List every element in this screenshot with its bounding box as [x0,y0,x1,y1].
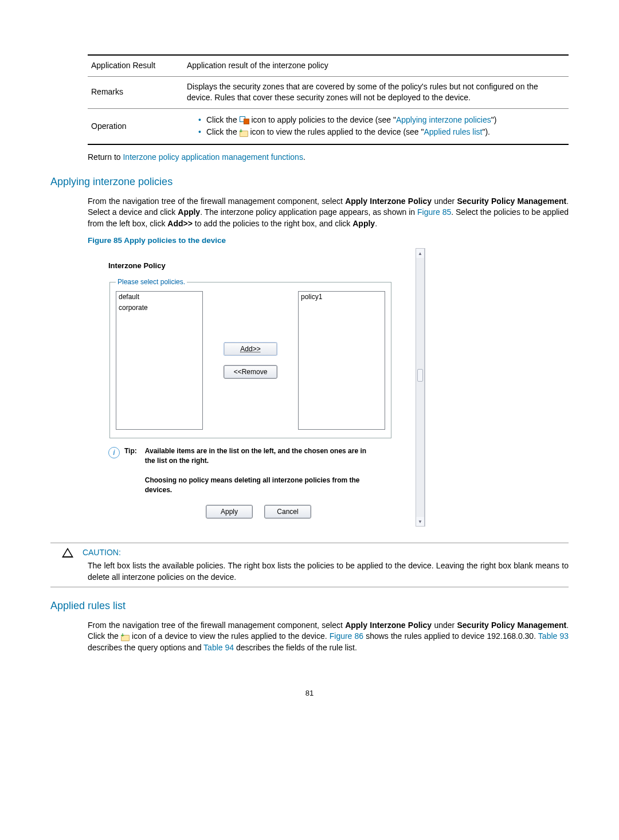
text: icon of a device to view the rules appli… [130,631,330,641]
figure-caption: Figure 85 Apply policies to the device [88,235,569,246]
divider [50,543,569,543]
text: . [375,219,377,228]
field-desc: Click the icon to apply policies to the … [183,108,569,144]
text-strong: Apply [178,207,200,217]
scroll-up-icon[interactable]: ▲ [416,249,424,258]
list-item[interactable]: corporate [116,303,202,313]
text: shows the rules applied to device 192.16… [363,631,538,641]
bullet-text: "). [482,127,490,136]
cross-ref-link[interactable]: Applied rules list [424,127,483,136]
apply-button[interactable]: Apply [206,505,253,519]
dialog-title: Interzone Policy [108,261,409,271]
bullet-text: icon to view the rules applied to the de… [248,127,424,136]
tip-line: Choosing no policy means deleting all in… [145,476,360,494]
section-heading-applying: Applying interzone policies [50,175,569,189]
bullet-text: Click the [206,127,240,136]
return-link[interactable]: Interzone policy application management … [123,152,303,162]
caution-block: CAUTION: [62,547,569,558]
field-name: Application Result [88,55,183,76]
text: . [303,152,305,162]
available-policies-listbox[interactable]: default corporate [116,291,203,430]
field-name: Operation [88,108,183,144]
scroll-down-icon[interactable]: ▼ [416,517,424,526]
scroll-thumb[interactable] [417,369,423,382]
caution-label: CAUTION: [83,548,121,557]
section-heading-applied-rules: Applied rules list [50,599,569,613]
selected-policies-listbox[interactable]: policy1 [298,291,385,430]
field-description-table: Application Result Application result of… [88,54,569,145]
apply-policy-icon [240,116,249,124]
text: describes the query options and [88,643,203,652]
field-desc: Displays the security zones that are cov… [183,76,569,108]
section-body: From the navigation tree of the firewall… [88,620,569,654]
tip-block: i Tip: Available items are in the list o… [108,446,378,494]
text: describes the fields of the rule list. [234,643,357,652]
bullet-text: icon to apply policies to the device (se… [249,115,396,124]
list-item[interactable]: default [116,292,202,303]
page-number: 81 [50,688,569,698]
field-desc: Application result of the interzone poli… [183,55,569,76]
text-strong: Security Policy Management [457,621,566,630]
text-strong: Apply [352,219,375,228]
document-page: Application Result Application result of… [0,0,619,733]
select-policies-fieldset: Please select policies. default corporat… [109,277,391,439]
text-strong: Apply Interzone Policy [345,621,432,630]
table-ref-link[interactable]: Table 93 [538,631,569,641]
caution-body: The left box lists the available policie… [88,560,569,583]
divider [50,587,569,587]
text: . The interzone policy application page … [200,207,417,217]
applied-rules-icon [240,129,248,136]
add-button[interactable]: Add>> [224,342,277,356]
figure-screenshot: ▲ ▼ Interzone Policy Please select polic… [88,248,425,527]
text: to add the policies to the right box, an… [193,219,352,228]
figure-ref-link[interactable]: Figure 86 [330,631,363,641]
table-ref-link[interactable]: Table 94 [203,643,234,652]
text-strong: Add>> [167,219,193,228]
text-strong: Security Policy Management [457,197,566,206]
tip-label: Tip: [124,446,137,494]
list-item[interactable]: policy1 [299,292,385,303]
tip-line: Available items are in the list on the l… [145,447,366,465]
applied-rules-icon [121,634,130,641]
text: From the navigation tree of the firewall… [88,197,345,206]
field-name: Remarks [88,76,183,108]
return-line: Return to Interzone policy application m… [88,152,569,163]
text: From the navigation tree of the firewall… [88,621,345,630]
bullet-text: ") [491,115,497,124]
caution-icon [62,548,73,558]
tip-text: Available items are in the list on the l… [145,446,378,494]
cancel-button[interactable]: Cancel [264,505,311,519]
section-body: From the navigation tree of the firewall… [88,196,569,230]
tip-icon: i [108,447,120,458]
text: under [432,621,457,630]
text: under [432,197,457,206]
text: Return to [88,152,123,162]
table-row: Application Result Application result of… [88,55,569,76]
text-strong: Apply Interzone Policy [345,197,432,206]
cross-ref-link[interactable]: Applying interzone policies [396,115,491,124]
table-row: Operation Click the icon to apply polici… [88,108,569,144]
fieldset-legend: Please select policies. [116,277,187,287]
figure-ref-link[interactable]: Figure 85 [417,207,451,217]
scrollbar[interactable]: ▲ ▼ [416,248,425,527]
table-row: Remarks Displays the security zones that… [88,76,569,108]
remove-button[interactable]: <<Remove [224,365,277,379]
bullet-text: Click the [206,115,240,124]
